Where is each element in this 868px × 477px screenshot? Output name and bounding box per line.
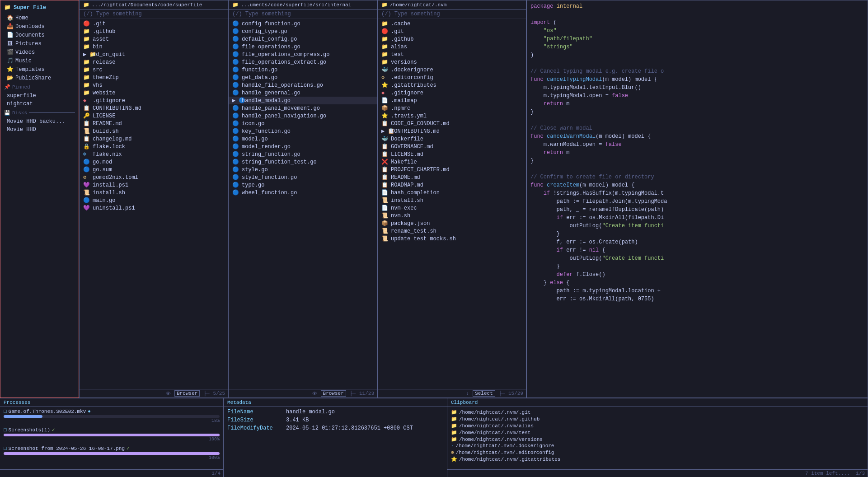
- panel2-search[interactable]: (/) Type something: [229, 9, 377, 19]
- list-item[interactable]: 🔵 go.sum: [80, 166, 228, 173]
- list-item[interactable]: 📄 bash_completion: [378, 189, 526, 196]
- list-item[interactable]: 🐳 .dockerignore: [378, 66, 526, 74]
- list-item[interactable]: 📜 rename_test.sh: [378, 227, 526, 235]
- list-item[interactable]: 🐳 Dockerfile: [378, 135, 526, 143]
- list-item[interactable]: 📁 versions: [378, 58, 526, 66]
- list-item[interactable]: 📋 LICENSE.md: [378, 150, 526, 158]
- sidebar-item-publicshare[interactable]: 📂 PublicShare: [0, 74, 79, 82]
- list-item[interactable]: 🔵 wheel_function.go: [229, 189, 377, 196]
- sidebar-item-pictures[interactable]: 🖼 Pictures: [0, 39, 79, 48]
- list-item[interactable]: 🔵 config_type.go: [229, 28, 377, 35]
- list-item[interactable]: 🔑 LICENSE: [80, 112, 228, 120]
- file-type-icon: 🔵: [232, 66, 239, 73]
- list-item[interactable]: 🔵 string_function_test.go: [229, 158, 377, 166]
- list-item[interactable]: 🔵 model.go: [229, 135, 377, 143]
- list-item[interactable]: 📄 .mailmap: [378, 97, 526, 104]
- panel1-search[interactable]: (/) Type something: [80, 9, 228, 19]
- list-item[interactable]: 🔵 key_function.go: [229, 127, 377, 135]
- list-item[interactable]: ❄ flake.nix: [80, 150, 228, 158]
- list-item[interactable]: ❌ Makefile: [378, 158, 526, 166]
- list-item[interactable]: 📁 .github: [80, 28, 228, 35]
- sidebar-item-downloads[interactable]: 📥 Downloads: [0, 22, 79, 31]
- list-item[interactable]: 📋 README.md: [80, 120, 228, 127]
- sidebar-item-music[interactable]: 🎵 Music: [0, 56, 79, 65]
- list-item[interactable]: 📋 GOVERNANCE.md: [378, 143, 526, 150]
- disk-item-2[interactable]: Movie HHD: [0, 126, 79, 134]
- sidebar-item-videos[interactable]: 🎬 Videos: [0, 48, 79, 56]
- list-item[interactable]: 🔵 type.go: [229, 181, 377, 189]
- list-item[interactable]: 📜 install.sh: [378, 196, 526, 204]
- disk-item-1[interactable]: Movie HHD backu...: [0, 117, 79, 126]
- list-item[interactable]: 🔵 style.go: [229, 166, 377, 173]
- list-item[interactable]: 🔵 get_data.go: [229, 74, 377, 81]
- list-item[interactable]: ◆ .gitignore: [378, 89, 526, 97]
- list-item[interactable]: 📜 update_test_mocks.sh: [378, 235, 526, 243]
- list-item[interactable]: 📁 vhs: [80, 81, 228, 89]
- list-item[interactable]: 🔵 model_render.go: [229, 143, 377, 150]
- list-item[interactable]: 📁 test: [378, 51, 526, 58]
- list-item[interactable]: 📁 alias: [378, 43, 526, 51]
- list-item[interactable]: 📁 asset: [80, 35, 228, 43]
- list-item[interactable]: 📁 .github: [378, 35, 526, 43]
- list-item[interactable]: 🔵 icon.go: [229, 120, 377, 127]
- list-item[interactable]: 📁 .cache: [378, 20, 526, 28]
- list-item[interactable]: 📦 package.json: [378, 220, 526, 227]
- file-name: README.md: [391, 174, 420, 181]
- list-item[interactable]: 🔵 main.go: [80, 196, 228, 204]
- list-item[interactable]: 📄 nvm-exec: [378, 204, 526, 212]
- list-item[interactable]: 🔵 style_function.go: [229, 173, 377, 181]
- list-item[interactable]: 🔵 default_config.go: [229, 35, 377, 43]
- list-item[interactable]: ▶ 🔵 handle_modal.go: [229, 97, 377, 104]
- list-item[interactable]: 🔴 .git: [378, 28, 526, 35]
- list-item[interactable]: 📋 CODE_OF_CONDUCT.md: [378, 120, 526, 127]
- list-item[interactable]: 💜 install.ps1: [80, 181, 228, 189]
- sidebar-item-home[interactable]: 🏠 Home: [0, 14, 79, 22]
- list-item[interactable]: 📜 install.sh: [80, 189, 228, 196]
- sidebar-item-documents[interactable]: 📄 Documents: [0, 31, 79, 39]
- list-item[interactable]: ▶ 📁 cd_on_quit: [80, 51, 228, 58]
- list-item[interactable]: 📦 .npmrc: [378, 104, 526, 112]
- file-type-icon: 🐳: [381, 136, 389, 142]
- list-item[interactable]: ⚙ gomod2nix.toml: [80, 173, 228, 181]
- list-item[interactable]: 📁 src: [80, 66, 228, 74]
- list-item[interactable]: 🔵 go.mod: [80, 158, 228, 166]
- list-item[interactable]: 🔵 file_operations_compress.go: [229, 51, 377, 58]
- file-name: .mailmap: [391, 98, 417, 104]
- list-item[interactable]: 🔵 handle_genernal.go: [229, 89, 377, 97]
- panel3-search[interactable]: (/) Type something: [378, 9, 526, 19]
- list-item[interactable]: 🔵 config_function.go: [229, 20, 377, 28]
- folder-icon-p3: 📁: [381, 2, 388, 8]
- list-item[interactable]: 🔵 string_function.go: [229, 150, 377, 158]
- list-item[interactable]: 📜 nvm.sh: [378, 212, 526, 220]
- list-item[interactable]: 📋 README.md: [378, 173, 526, 181]
- list-item[interactable]: 📁 bin: [80, 43, 228, 51]
- list-item[interactable]: 🔒 flake.lock: [80, 143, 228, 150]
- list-item[interactable]: 📋 changelog.md: [80, 135, 228, 143]
- clipboard-item-icon: ·: [451, 443, 454, 449]
- list-item[interactable]: 🔵 file_operations.go: [229, 43, 377, 51]
- list-item[interactable]: 📜 build.sh: [80, 127, 228, 135]
- list-item[interactable]: 📋 CONTRIBUTING.md: [80, 104, 228, 112]
- list-item[interactable]: 🔵 function.go: [229, 66, 377, 74]
- list-item[interactable]: 🔵 handle_panel_navigation.go: [229, 112, 377, 120]
- list-item[interactable]: 🔴 .git: [80, 20, 228, 28]
- file-type-icon: ⚙: [381, 74, 389, 81]
- list-item[interactable]: 🔵 handle_file_operations.go: [229, 81, 377, 89]
- list-item[interactable]: 📁 themeZip: [80, 74, 228, 81]
- list-item[interactable]: ◆ .gitignore: [80, 97, 228, 104]
- list-item[interactable]: ⭐ .travis.yml: [378, 112, 526, 120]
- sidebar-item-nightcat[interactable]: nightcat: [0, 100, 79, 108]
- list-item[interactable]: 📋 ROADMAP.md: [378, 181, 526, 189]
- list-item[interactable]: ⚙ .editorconfig: [378, 74, 526, 81]
- list-item[interactable]: ⭐ .gitattributes: [378, 81, 526, 89]
- progress-bar-fill: [4, 434, 220, 436]
- list-item[interactable]: 🔵 handle_panel_movement.go: [229, 104, 377, 112]
- list-item[interactable]: 📁 release: [80, 58, 228, 66]
- sidebar-item-templates[interactable]: ⭐ Templates: [0, 65, 79, 74]
- list-item[interactable]: 📁 website: [80, 89, 228, 97]
- list-item[interactable]: ▶ 📋 CONTRIBUTING.md: [378, 127, 526, 135]
- list-item[interactable]: 🔵 file_operations_extract.go: [229, 58, 377, 66]
- list-item[interactable]: 📋 PROJECT_CHARTER.md: [378, 166, 526, 173]
- list-item[interactable]: 💜 uninstall.ps1: [80, 204, 228, 212]
- sidebar-item-superfile[interactable]: superfile: [0, 92, 79, 100]
